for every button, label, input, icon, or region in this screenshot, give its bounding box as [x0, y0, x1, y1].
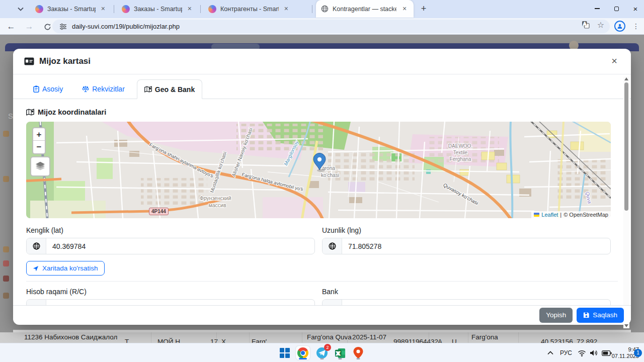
lat-input[interactable]: [46, 238, 314, 254]
battery-indicator[interactable]: [602, 343, 612, 362]
leaflet-map[interactable]: Farg'ona shahri aylanma avtoyo'li Farg'o…: [26, 122, 611, 218]
back-button[interactable]: ←: [4, 20, 18, 34]
modal-title: Mijoz kartasi: [39, 56, 91, 66]
site-info-icon[interactable]: [59, 23, 67, 30]
browser-tab-active[interactable]: Kontragentlar — stacked modal ×: [316, 0, 414, 18]
page-row-tag: [3, 276, 9, 282]
tab-asosiy[interactable]: Asosiy: [26, 79, 70, 99]
column-divider: [249, 332, 250, 343]
tray-expand-button[interactable]: [547, 343, 553, 362]
modal-tab-bar: Asosiy Rekvizitlar Geo & Bank: [13, 74, 631, 99]
smartup-favicon: [122, 5, 130, 13]
taskbar-excel[interactable]: X: [333, 346, 347, 360]
row-cell-phone: 998911964432: [393, 338, 438, 343]
taskbar-telegram[interactable]: 2: [315, 346, 329, 360]
bank-row: Hisob raqami (R/C) Bank: [26, 282, 618, 305]
globe-icon: [323, 238, 342, 254]
bank-input[interactable]: [342, 300, 610, 305]
map-label-street-2: ko'chasi: [321, 172, 339, 178]
bookmark-star-icon[interactable]: ☆: [595, 19, 607, 31]
tab-rekvizitlar[interactable]: Rekvizitlar: [75, 79, 132, 99]
id-card-icon: [24, 57, 34, 65]
osm-link[interactable]: © OpenStreetMap: [564, 212, 608, 218]
column-divider: [468, 332, 468, 343]
tab-close-icon[interactable]: ×: [100, 5, 107, 13]
window-minimize-button[interactable]: [589, 0, 606, 17]
app-indicator: [357, 358, 360, 359]
browser-tab-3[interactable]: Контрагенты - Smartup ×: [203, 0, 295, 18]
map-label-frunze-2: массив: [208, 202, 226, 208]
browser-tab-2[interactable]: Заказы - Smartup ×: [117, 0, 198, 18]
road-ref-badge: 4P144: [149, 208, 169, 215]
taskbar: 2 X РУС 9:47 07.11.2025: [0, 343, 644, 362]
scrollbar-thumb[interactable]: [624, 82, 628, 211]
wifi-icon: [578, 350, 586, 356]
save-button[interactable]: Saqlash: [577, 308, 624, 323]
battery-icon: [602, 350, 612, 356]
notification-button[interactable]: 1: [634, 343, 642, 362]
zoom-in-button[interactable]: +: [33, 128, 45, 141]
modal-close-button[interactable]: ×: [608, 55, 621, 68]
browser-tab-1[interactable]: Заказы - Smartup ×: [30, 0, 112, 18]
wifi-indicator[interactable]: [578, 343, 586, 362]
chevron-down-icon: [18, 7, 24, 11]
modal-scrollbar[interactable]: [623, 76, 629, 328]
scrollbar-down-arrow[interactable]: [624, 324, 628, 327]
map-zoom-control: + −: [32, 127, 46, 154]
taskbar-chrome[interactable]: [296, 346, 310, 360]
mijoz-kartasi-modal: Mijoz kartasi × Asosiy Rekvizitlar Geo &…: [13, 49, 631, 325]
tab-close-icon[interactable]: ×: [400, 5, 409, 13]
tab-close-icon[interactable]: ×: [283, 5, 290, 13]
browser-menu-button[interactable]: ⋮: [630, 20, 642, 32]
page-row-tag: [3, 260, 9, 266]
column-divider: [518, 332, 519, 343]
show-on-map-button[interactable]: Xaritada ko'rsatish: [26, 261, 105, 276]
navigation-arrow-icon: [33, 265, 39, 272]
column-divider: [302, 332, 302, 343]
excel-icon: X: [335, 347, 346, 359]
zoom-out-button[interactable]: −: [33, 141, 45, 153]
forward-button[interactable]: →: [22, 20, 36, 34]
page-faint-heading: S: [8, 112, 13, 120]
scrollbar-up-arrow[interactable]: [624, 77, 628, 80]
taskbar-maps-app[interactable]: [351, 346, 365, 360]
svg-text:X: X: [336, 350, 340, 356]
window-close-button[interactable]: ×: [627, 0, 644, 17]
row-cell-city: Farg'ona: [471, 333, 498, 341]
window-maximize-button[interactable]: [608, 0, 625, 17]
telegram-badge: 2: [324, 344, 331, 351]
clipboard-icon: [33, 85, 39, 93]
map-layers-control[interactable]: [30, 156, 50, 176]
lng-field-group: Uzunlik (lng): [322, 218, 611, 254]
volume-indicator[interactable]: [590, 343, 598, 362]
tab-search-button[interactable]: [14, 4, 27, 15]
profile-avatar[interactable]: [614, 21, 625, 32]
lat-field-group: Kenglik (lat): [26, 218, 315, 254]
tab-geo-bank[interactable]: Geo & Bank: [137, 79, 202, 99]
page-row-tag: [3, 176, 9, 182]
account-input[interactable]: [46, 300, 314, 305]
tab-label: Rekvizitlar: [92, 85, 125, 93]
translate-button[interactable]: A: [580, 19, 592, 31]
map-label-daewoo-3: Ferghana: [450, 156, 471, 162]
map-label-daewoo-2: Textile: [453, 150, 468, 155]
new-tab-button[interactable]: +: [418, 3, 430, 15]
speaker-icon: [590, 349, 598, 356]
maximize-icon: [614, 7, 619, 11]
leaflet-link[interactable]: Leaflet: [541, 212, 558, 218]
account-field-group: Hisob raqami (R/C): [26, 282, 315, 305]
lng-label: Uzunlik (lng): [322, 226, 611, 234]
tab-title: Заказы - Smartup: [134, 6, 182, 13]
row-cell: А: [438, 338, 442, 343]
row-cell: Т: [125, 338, 129, 343]
bank-label: Bank: [322, 288, 611, 296]
tab-close-icon[interactable]: ×: [186, 5, 193, 13]
address-bar[interactable]: daily-suvi.com/19l/public/mijozlar.php: [52, 20, 610, 33]
save-floppy-icon: [583, 312, 590, 318]
start-button[interactable]: [278, 346, 292, 360]
close-modal-button[interactable]: Yopish: [539, 308, 573, 323]
language-indicator[interactable]: РУС: [560, 343, 572, 362]
lng-input[interactable]: [342, 238, 610, 254]
page-row-tag: [3, 293, 9, 299]
map-pin-icon: [144, 86, 152, 93]
